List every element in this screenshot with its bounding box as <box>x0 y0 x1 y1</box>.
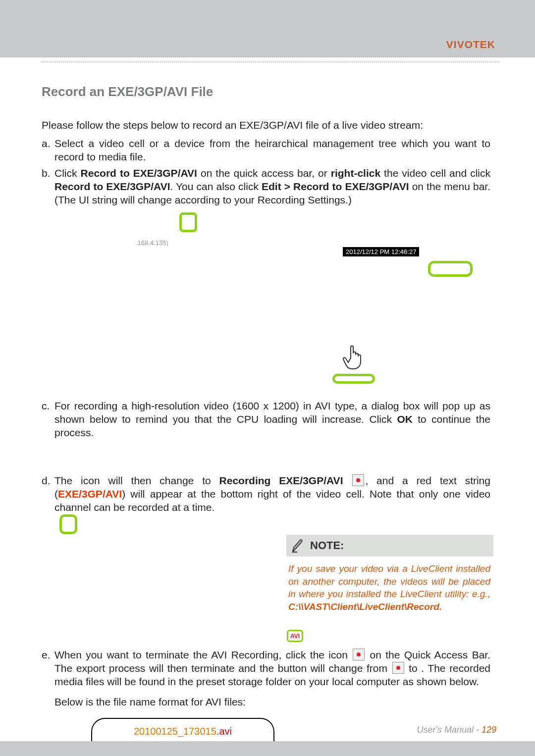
filename-ext-part: .avi <box>216 726 232 737</box>
t: on the quick access bar, or <box>197 167 331 179</box>
highlight-chip-menu <box>332 374 375 384</box>
avi-badge-wrap: AVI <box>287 631 303 640</box>
step-e-bullet: e. <box>42 649 54 662</box>
header-bar: VIVOTEK <box>0 0 535 57</box>
step-c: c.For recording a high-resolution video … <box>42 400 493 440</box>
footer-bar <box>0 741 535 756</box>
recording-icon <box>352 474 364 486</box>
filename-date-part: 20100125_173015 <box>134 726 216 737</box>
footer-label: User's Manual - <box>417 725 481 735</box>
avi-badge: AVI <box>287 630 303 642</box>
pencil-icon <box>291 538 304 553</box>
step-a: a.Select a video cell or a device from t… <box>42 137 493 164</box>
hand-pointer-icon <box>343 343 365 371</box>
step-d-bullet: d. <box>42 474 54 488</box>
t: Click <box>54 167 81 179</box>
step-d-body: The icon will then change to Recording E… <box>54 474 490 514</box>
note-body: If you save your video via a LiveClient … <box>286 556 493 616</box>
camera-ip-label: .168.4.135) <box>136 239 168 247</box>
t-bold: Recording EXE/3GP/AVI <box>219 475 343 486</box>
filename-example: 20100125_173015.avi <box>99 726 267 737</box>
t-bold: Edit > Record to EXE/3GP/AVI <box>262 181 409 192</box>
step-c-bullet: c. <box>42 400 54 413</box>
note-text: If you save your video via a LiveClient … <box>288 563 490 599</box>
t-bold: right-click <box>331 167 380 179</box>
note-title: NOTE: <box>310 539 344 552</box>
step-e-body: When you want to terminate the AVI Recor… <box>54 649 490 689</box>
highlight-box-icon <box>179 212 197 232</box>
note-box: NOTE: If you save your video via a LiveC… <box>286 535 493 616</box>
figure-step-b: .168.4.135) 2012/12/12 PM 12:46:27 <box>42 209 493 398</box>
note-header: NOTE: <box>286 535 493 556</box>
context-menu-pointer <box>329 343 378 386</box>
t-bold: OK <box>397 413 413 425</box>
page-number: 129 <box>482 725 496 735</box>
footer: User's Manual - 129 <box>417 725 496 735</box>
step-e: e.When you want to terminate the AVI Rec… <box>42 649 493 709</box>
content-area: Record an EXE/3GP/AVI File Please follow… <box>42 84 493 537</box>
highlight-chip-topright <box>428 261 473 277</box>
t-bold: Record to EXE/3GP/AVI <box>81 167 197 179</box>
step-b: b.Click Record to EXE/3GP/AVI on the qui… <box>42 167 493 207</box>
t: the video cell and click <box>380 167 490 179</box>
brand-name: VIVOTEK <box>446 39 495 50</box>
highlight-box-icon-d <box>59 514 77 534</box>
timestamp-overlay: 2012/12/12 PM 12:46:27 <box>343 247 419 256</box>
step-c-body: For recording a high-resolution video (1… <box>54 400 490 440</box>
divider <box>42 61 499 62</box>
recording-icon <box>353 649 365 660</box>
t: . You can also click <box>170 181 262 192</box>
t: The icon will then change to <box>54 475 219 486</box>
step-b-body: Click Record to EXE/3GP/AVI on the quick… <box>54 167 490 207</box>
red-text: EXE/3GP/AVI <box>58 488 122 500</box>
t: When you want to terminate the AVI Recor… <box>54 649 352 660</box>
section-title: Record an EXE/3GP/AVI File <box>42 84 493 100</box>
intro-text: Please follow the steps below to record … <box>42 119 493 131</box>
note-path: C:\\VAST\Client\LiveClient\Record. <box>288 602 442 612</box>
step-b-bullet: b. <box>42 167 54 180</box>
page: VIVOTEK Record an EXE/3GP/AVI File Pleas… <box>0 0 535 756</box>
step-a-body: Select a video cell or a device from the… <box>54 137 490 164</box>
step-d: d.The icon will then change to Recording… <box>42 474 493 534</box>
step-e-below: Below is the file name format for AVI fi… <box>54 696 493 709</box>
step-a-bullet: a. <box>42 137 54 151</box>
t-bold: Record to EXE/3GP/AVI <box>54 181 170 192</box>
recording-icon <box>392 662 404 674</box>
